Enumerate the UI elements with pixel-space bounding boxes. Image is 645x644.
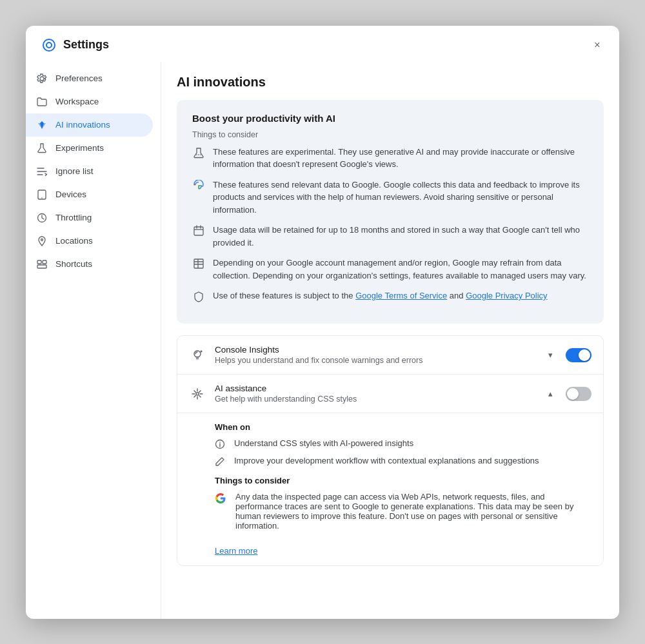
svg-rect-9 <box>194 227 203 235</box>
feature-row-ai-assistance: AI assistance Get help with understandin… <box>177 375 603 413</box>
ignore-icon <box>36 166 48 177</box>
when-on-text-1: Understand CSS styles with AI-powered in… <box>234 438 413 448</box>
layout: Preferences Workspace AI innovation <box>26 62 619 619</box>
google-icon-2 <box>215 493 228 504</box>
svg-point-5 <box>41 239 43 240</box>
info-icon <box>215 439 226 449</box>
sidebar-label-workspace: Workspace <box>55 97 99 106</box>
sidebar: Preferences Workspace AI innovation <box>26 62 161 619</box>
ai-assistance-title: AI assistance <box>215 384 539 393</box>
lightbulb-icon <box>189 347 206 364</box>
console-insights-text: Console Insights Helps you understand an… <box>215 345 539 365</box>
when-on-item-2: Improve your development workflow with c… <box>215 456 591 467</box>
gear-icon <box>36 73 48 84</box>
learn-more-link[interactable]: Learn more <box>215 546 257 556</box>
boost-card: Boost your productivity with AI Things t… <box>177 100 604 324</box>
pencil-icon <box>215 456 226 467</box>
consideration-tos: Use of these features is subject to the … <box>192 289 588 303</box>
privacy-link[interactable]: Google Privacy Policy <box>466 291 547 300</box>
sidebar-item-experiments[interactable]: Experiments <box>26 137 153 160</box>
svg-point-12 <box>201 350 203 352</box>
consideration-text-2: These features send relevant data to Goo… <box>213 179 588 217</box>
settings-window: Settings × Preferences <box>26 26 619 619</box>
close-button[interactable]: × <box>588 36 606 54</box>
consideration-text-1: These features are experimental. They us… <box>213 146 588 171</box>
throttle-icon <box>36 212 48 224</box>
sidebar-label-throttling: Throttling <box>55 213 92 222</box>
feature-row-console-insights: Console Insights Helps you understand an… <box>177 336 603 375</box>
consideration-google: These features send relevant data to Goo… <box>192 179 588 217</box>
boost-things-label: Things to consider <box>192 130 588 139</box>
folder-icon <box>36 96 48 108</box>
sidebar-label-shortcuts: Shortcuts <box>55 259 92 269</box>
window-title: Settings <box>41 37 109 53</box>
sidebar-item-devices[interactable]: Devices <box>26 183 153 206</box>
tos-link[interactable]: Google Terms of Service <box>355 291 447 300</box>
sidebar-label-experiments: Experiments <box>55 143 104 153</box>
things-section: Things to consider Any data the i <box>215 476 591 531</box>
svg-point-13 <box>196 393 199 395</box>
sidebar-label-devices: Devices <box>55 190 86 199</box>
ai-assistance-text: AI assistance Get help with understandin… <box>215 384 539 404</box>
svg-point-1 <box>46 43 52 48</box>
window-header: Settings × <box>26 26 619 62</box>
when-on-label: When on <box>215 422 591 432</box>
consideration-table: Depending on your Google account managem… <box>192 257 588 282</box>
sidebar-label-locations: Locations <box>55 236 93 246</box>
consideration-text-4: Depending on your Google account managem… <box>213 257 588 282</box>
sidebar-item-shortcuts[interactable]: Shortcuts <box>26 253 153 276</box>
svg-point-0 <box>43 39 55 51</box>
toggle-knob-2 <box>567 388 579 400</box>
location-icon <box>36 235 48 247</box>
sidebar-item-throttling[interactable]: Throttling <box>26 206 153 229</box>
svg-rect-7 <box>43 260 46 264</box>
diamond-icon <box>36 119 48 131</box>
things-text-1: Any data the inspected page can access v… <box>235 492 591 531</box>
window-title-text: Settings <box>63 38 109 52</box>
sidebar-label-ai-innovations: AI innovations <box>55 120 110 130</box>
sidebar-label-preferences: Preferences <box>55 73 103 83</box>
google-icon-1 <box>192 179 205 192</box>
page-title: AI innovations <box>177 75 604 90</box>
ai-assistance-expanded: When on Understand CSS styles with AI-po… <box>177 413 603 565</box>
console-insights-title: Console Insights <box>215 345 539 355</box>
console-insights-toggle[interactable] <box>566 348 591 362</box>
consideration-calendar: Usage data will be retained for up to 18… <box>192 224 588 249</box>
sidebar-label-ignore-list: Ignore list <box>55 166 94 176</box>
when-on-item-1: Understand CSS styles with AI-powered in… <box>215 438 591 449</box>
sidebar-item-locations[interactable]: Locations <box>26 229 153 253</box>
svg-rect-10 <box>194 259 203 268</box>
shortcut-icon <box>36 259 48 270</box>
consideration-text-3: Usage data will be retained for up to 18… <box>213 224 588 249</box>
settings-title-icon <box>41 37 57 53</box>
sparkle-icon <box>189 385 206 402</box>
sidebar-item-workspace[interactable]: Workspace <box>26 90 153 113</box>
table-icon <box>192 257 205 270</box>
features-card: Console Insights Helps you understand an… <box>177 335 604 566</box>
when-on-text-2: Improve your development workflow with c… <box>234 456 539 465</box>
svg-rect-6 <box>37 260 41 264</box>
shield-icon <box>192 290 205 303</box>
ai-assistance-toggle[interactable] <box>566 387 591 401</box>
ai-assistance-chevron[interactable]: ▴ <box>548 389 553 398</box>
sidebar-item-ignore-list[interactable]: Ignore list <box>26 160 153 183</box>
main-content: AI innovations Boost your productivity w… <box>161 62 619 619</box>
sidebar-item-preferences[interactable]: Preferences <box>26 67 153 90</box>
svg-point-15 <box>219 442 221 443</box>
boost-card-title: Boost your productivity with AI <box>192 113 588 124</box>
things-item-1: Any data the inspected page can access v… <box>215 492 591 531</box>
sidebar-item-ai-innovations[interactable]: AI innovations <box>26 113 153 137</box>
experimental-icon <box>192 146 205 159</box>
ai-assistance-desc: Get help with understanding CSS styles <box>215 395 539 404</box>
svg-rect-8 <box>37 265 46 268</box>
flask-icon <box>36 142 48 154</box>
console-insights-desc: Helps you understand and fix console war… <box>215 356 539 365</box>
console-insights-chevron[interactable]: ▾ <box>548 350 553 360</box>
consideration-experimental: These features are experimental. They us… <box>192 146 588 171</box>
calendar-icon <box>192 224 205 237</box>
toggle-knob <box>579 349 590 361</box>
svg-point-3 <box>41 197 43 199</box>
consideration-text-5: Use of these features is subject to the … <box>213 289 548 302</box>
device-icon <box>36 189 48 200</box>
things-consider-label: Things to consider <box>215 476 591 485</box>
